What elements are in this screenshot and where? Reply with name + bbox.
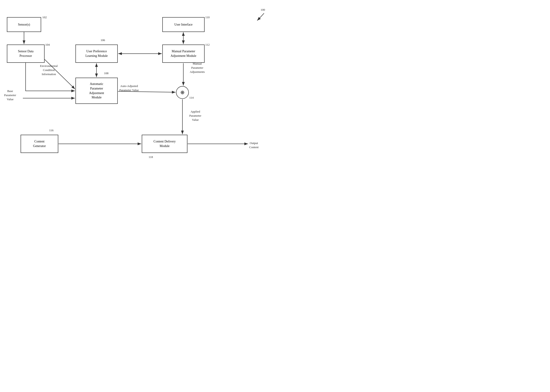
arrows-svg	[0, 0, 275, 196]
ref-108: 108	[104, 71, 109, 75]
manual-param-adj-box: Manual ParameterAdjustment Module	[162, 44, 205, 63]
ref-110: 110	[205, 15, 210, 19]
manual-param-adj-label: Manual ParameterAdjustment Module	[171, 49, 196, 58]
ref-106: 106	[101, 38, 105, 42]
content-delivery-box: Content DeliveryModule	[142, 135, 188, 153]
user-interface-label: User Interface	[174, 22, 193, 27]
auto-param-adj-box: AutomaticParameterAdjustmentModule	[75, 78, 118, 104]
sensors-box: Sensor(s)	[7, 17, 41, 32]
content-generator-box: ContentGenerator	[21, 135, 58, 153]
applied-param-value-label: AppliedParameterValue	[189, 110, 201, 122]
ref-102: 102	[42, 15, 47, 19]
ref-104: 104	[45, 43, 50, 47]
ref-100: 100	[261, 8, 265, 12]
user-pref-learning-label: User PreferenceLearning Module	[86, 49, 108, 58]
base-param-value-label: BaseParameterValue	[4, 89, 16, 102]
user-pref-learning-box: User PreferenceLearning Module	[75, 44, 118, 63]
sensor-data-processor-box: Sensor DataProcessor	[7, 44, 44, 63]
ref-118: 118	[149, 155, 153, 159]
auto-param-adj-label: AutomaticParameterAdjustmentModule	[89, 82, 104, 99]
manual-param-adj-text-label: ManualParameterAdjustments	[190, 62, 205, 74]
env-cond-info-label: EnvironmentalConditionInformation	[40, 64, 58, 77]
sensor-data-processor-label: Sensor DataProcessor	[18, 49, 33, 58]
content-delivery-label: Content DeliveryModule	[154, 139, 176, 148]
sensors-label: Sensor(s)	[18, 22, 30, 27]
patent-diagram: 100 Sensor(s) 102 Sensor DataProcessor 1…	[0, 0, 275, 196]
ref-114: 114	[189, 96, 194, 99]
user-interface-box: User Interface	[162, 17, 205, 32]
sum-circle: ⊕	[176, 86, 189, 99]
sum-symbol: ⊕	[180, 90, 184, 95]
auto-adjusted-param-label: Auto-AdjustedParameter Value	[119, 84, 139, 92]
output-content-label: OutputContent	[249, 141, 259, 149]
ref-112: 112	[205, 43, 210, 47]
content-generator-label: ContentGenerator	[33, 139, 46, 148]
ref-116: 116	[49, 129, 53, 132]
